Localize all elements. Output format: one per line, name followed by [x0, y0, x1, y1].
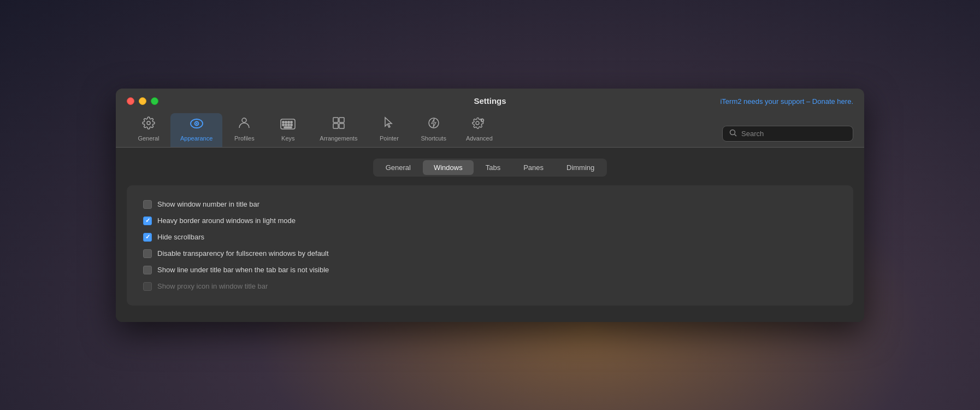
svg-point-21	[481, 119, 484, 121]
toolbar-label-arrangements: Arrangements	[320, 135, 357, 142]
checkbox-heavy-border: Heavy border around windows in light mod…	[143, 213, 837, 229]
minimize-button[interactable]	[139, 97, 146, 105]
content-area: General Windows Tabs Panes Dimming Show …	[116, 148, 864, 322]
show-proxy-icon-checkbox[interactable]	[143, 282, 152, 291]
svg-point-20	[476, 121, 479, 125]
person-icon	[238, 116, 250, 133]
hide-scrollbars-label: Hide scrollbars	[157, 233, 204, 241]
hide-scrollbars-checkbox[interactable]	[143, 233, 152, 242]
subtab-tabs[interactable]: Tabs	[475, 160, 511, 175]
svg-rect-11	[285, 124, 287, 126]
show-line-under-title-checkbox[interactable]	[143, 266, 152, 274]
search-icon	[729, 129, 737, 138]
pointer-icon	[383, 116, 395, 133]
toolbar-item-pointer[interactable]: Pointer	[367, 112, 411, 147]
checkbox-show-line-under-title: Show line under title bar when the tab b…	[143, 262, 837, 278]
settings-window: Settings iTerm2 needs your support – Don…	[116, 89, 864, 322]
titlebar-top: Settings iTerm2 needs your support – Don…	[127, 96, 853, 106]
toolbar-label-advanced: Advanced	[466, 135, 493, 142]
checkbox-show-proxy-icon: Show proxy icon in window title bar	[143, 278, 837, 295]
traffic-lights	[127, 97, 158, 105]
show-window-number-label: Show window number in title bar	[157, 200, 259, 208]
subtab-general[interactable]: General	[375, 160, 422, 175]
svg-rect-6	[282, 121, 284, 123]
toolbar-item-general[interactable]: General	[127, 112, 170, 147]
svg-rect-16	[339, 118, 344, 122]
window-title: Settings	[474, 96, 506, 106]
toolbar-item-advanced[interactable]: Advanced	[456, 112, 503, 147]
subtabs-bar: General Windows Tabs Panes Dimming	[127, 159, 853, 177]
subtab-panes[interactable]: Panes	[512, 160, 554, 175]
svg-point-4	[242, 118, 246, 122]
svg-rect-7	[285, 121, 287, 123]
svg-rect-14	[284, 127, 292, 128]
toolbar-label-appearance: Appearance	[180, 135, 212, 142]
svg-rect-18	[339, 124, 344, 128]
settings-panel: Show window number in title bar Heavy bo…	[127, 185, 853, 306]
lightning-icon	[428, 116, 440, 133]
svg-rect-13	[291, 124, 292, 126]
svg-rect-10	[282, 124, 284, 126]
show-line-under-title-label: Show line under title bar when the tab b…	[157, 266, 329, 274]
arrangements-icon	[332, 116, 345, 133]
gear-icon	[142, 116, 155, 133]
svg-point-3	[196, 122, 197, 124]
toolbar-label-pointer: Pointer	[380, 135, 399, 142]
toolbar: General Appearance	[127, 112, 853, 147]
svg-rect-12	[288, 124, 290, 126]
advanced-gear-icon	[472, 116, 486, 133]
titlebar: Settings iTerm2 needs your support – Don…	[116, 89, 864, 148]
toolbar-label-shortcuts: Shortcuts	[421, 135, 446, 142]
svg-line-23	[735, 134, 737, 136]
search-box[interactable]	[722, 126, 853, 142]
search-input[interactable]	[741, 130, 846, 138]
close-button[interactable]	[127, 97, 134, 105]
toolbar-item-shortcuts[interactable]: Shortcuts	[411, 112, 456, 147]
maximize-button[interactable]	[151, 97, 158, 105]
show-proxy-icon-label: Show proxy icon in window title bar	[157, 282, 268, 290]
svg-point-0	[147, 121, 150, 125]
heavy-border-label: Heavy border around windows in light mod…	[157, 216, 296, 225]
svg-rect-17	[333, 124, 338, 128]
keyboard-icon	[280, 119, 296, 133]
toolbar-label-keys: Keys	[281, 135, 294, 142]
show-window-number-checkbox[interactable]	[143, 200, 152, 209]
checkbox-show-window-number: Show window number in title bar	[143, 196, 837, 213]
svg-rect-9	[291, 121, 292, 123]
checkbox-disable-transparency: Disable transparency for fullscreen wind…	[143, 245, 837, 262]
toolbar-item-appearance[interactable]: Appearance	[170, 113, 222, 147]
subtab-windows[interactable]: Windows	[423, 160, 474, 175]
svg-rect-8	[288, 121, 290, 123]
svg-point-22	[730, 130, 735, 134]
toolbar-item-keys[interactable]: Keys	[266, 114, 310, 147]
disable-transparency-label: Disable transparency for fullscreen wind…	[157, 249, 329, 257]
subtabs: General Windows Tabs Panes Dimming	[373, 159, 607, 177]
toolbar-item-profiles[interactable]: Profiles	[222, 112, 266, 147]
toolbar-label-profiles: Profiles	[234, 135, 255, 142]
toolbar-item-arrangements[interactable]: Arrangements	[310, 112, 367, 147]
donate-link[interactable]: iTerm2 needs your support – Donate here.	[720, 97, 853, 106]
toolbar-label-general: General	[138, 135, 159, 142]
eye-icon	[190, 118, 204, 133]
heavy-border-checkbox[interactable]	[143, 216, 152, 225]
svg-rect-15	[333, 118, 338, 122]
disable-transparency-checkbox[interactable]	[143, 249, 152, 258]
subtab-dimming[interactable]: Dimming	[556, 160, 605, 175]
checkbox-hide-scrollbars: Hide scrollbars	[143, 229, 837, 245]
